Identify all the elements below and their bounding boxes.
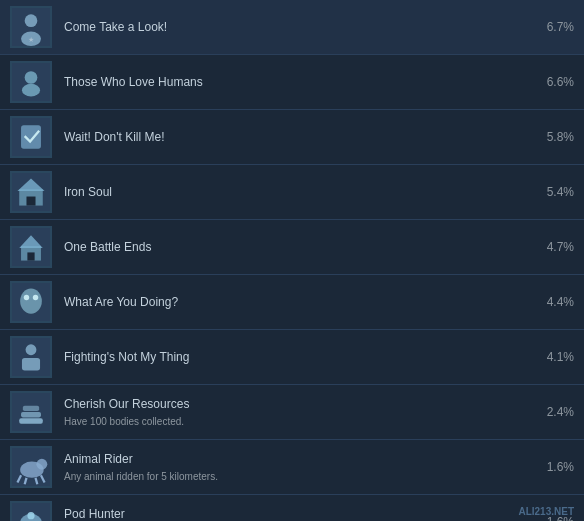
achievement-info-those-who-love-humans: Those Who Love Humans (64, 74, 529, 91)
watermark: ALI213.NET (518, 506, 574, 517)
svg-text:★: ★ (28, 35, 34, 44)
achievement-item-fightings-not-my-thing[interactable]: Fighting's Not My Thing4.1% (0, 330, 584, 385)
achievement-icon-come-take-a-look: ★ (10, 6, 52, 48)
achievement-percent-animal-rider: 1.6% (539, 460, 574, 474)
achievement-name-what-are-you-doing: What Are You Doing? (64, 294, 529, 311)
svg-point-30 (36, 459, 47, 470)
achievement-name-come-take-a-look: Come Take a Look! (64, 19, 529, 36)
achievement-item-wait-dont-kill-me[interactable]: Wait! Don't Kill Me!5.8% (0, 110, 584, 165)
achievement-name-animal-rider: Animal Rider (64, 451, 529, 468)
achievement-item-come-take-a-look[interactable]: ★Come Take a Look!6.7% (0, 0, 584, 55)
achievement-item-what-are-you-doing[interactable]: What Are You Doing?4.4% (0, 275, 584, 330)
achievement-item-animal-rider[interactable]: Animal RiderAny animal ridden for 5 kilo… (0, 440, 584, 495)
achievement-icon-fightings-not-my-thing (10, 336, 52, 378)
achievement-desc-animal-rider: Any animal ridden for 5 kilometers. (64, 470, 529, 483)
svg-rect-16 (27, 252, 34, 260)
achievement-icon-pod-hunter (10, 501, 52, 521)
achievement-name-iron-soul: Iron Soul (64, 184, 529, 201)
achievement-name-cherish-our-resources: Cherish Our Resources (64, 396, 529, 413)
svg-rect-23 (22, 358, 40, 371)
achievement-name-those-who-love-humans: Those Who Love Humans (64, 74, 529, 91)
svg-rect-12 (26, 197, 35, 206)
achievement-percent-fightings-not-my-thing: 4.1% (539, 350, 574, 364)
achievement-info-fightings-not-my-thing: Fighting's Not My Thing (64, 349, 529, 366)
achievement-percent-cherish-our-resources: 2.4% (539, 405, 574, 419)
svg-point-19 (24, 295, 29, 300)
achievement-icon-animal-rider (10, 446, 52, 488)
achievement-item-one-battle-ends[interactable]: One Battle Ends4.7% (0, 220, 584, 275)
svg-point-6 (22, 84, 40, 97)
achievement-percent-come-take-a-look: 6.7% (539, 20, 574, 34)
achievement-icon-wait-dont-kill-me (10, 116, 52, 158)
svg-point-5 (25, 71, 38, 84)
achievement-info-cherish-our-resources: Cherish Our ResourcesHave 100 bodies col… (64, 396, 529, 428)
svg-point-1 (25, 14, 38, 27)
achievement-info-come-take-a-look: Come Take a Look! (64, 19, 529, 36)
achievement-info-wait-dont-kill-me: Wait! Don't Kill Me! (64, 129, 529, 146)
achievement-item-those-who-love-humans[interactable]: Those Who Love Humans6.6% (0, 55, 584, 110)
achievement-percent-wait-dont-kill-me: 5.8% (539, 130, 574, 144)
svg-point-18 (20, 288, 42, 313)
achievement-item-iron-soul[interactable]: Iron Soul5.4% (0, 165, 584, 220)
achievement-info-one-battle-ends: One Battle Ends (64, 239, 529, 256)
svg-point-22 (26, 344, 37, 355)
achievement-name-wait-dont-kill-me: Wait! Don't Kill Me! (64, 129, 529, 146)
achievement-info-animal-rider: Animal RiderAny animal ridden for 5 kilo… (64, 451, 529, 483)
achievement-desc-cherish-our-resources: Have 100 bodies collected. (64, 415, 529, 428)
svg-rect-26 (21, 412, 41, 417)
achievement-name-fightings-not-my-thing: Fighting's Not My Thing (64, 349, 529, 366)
achievement-icon-one-battle-ends (10, 226, 52, 268)
achievement-info-what-are-you-doing: What Are You Doing? (64, 294, 529, 311)
achievement-info-iron-soul: Iron Soul (64, 184, 529, 201)
achievement-icon-iron-soul (10, 171, 52, 213)
achievement-percent-those-who-love-humans: 6.6% (539, 75, 574, 89)
achievement-item-cherish-our-resources[interactable]: Cherish Our ResourcesHave 100 bodies col… (0, 385, 584, 440)
svg-rect-27 (23, 406, 39, 411)
achievement-icon-cherish-our-resources (10, 391, 52, 433)
achievement-name-one-battle-ends: One Battle Ends (64, 239, 529, 256)
achievement-icon-those-who-love-humans (10, 61, 52, 103)
achievement-percent-what-are-you-doing: 4.4% (539, 295, 574, 309)
achievement-item-pod-hunter[interactable]: Pod HunterAll Pods found.1.6% (0, 495, 584, 521)
svg-point-37 (27, 512, 34, 519)
achievement-info-pod-hunter: Pod HunterAll Pods found. (64, 506, 529, 521)
achievement-name-pod-hunter: Pod Hunter (64, 506, 529, 521)
achievement-icon-what-are-you-doing (10, 281, 52, 323)
achievement-list: ★Come Take a Look!6.7%Those Who Love Hum… (0, 0, 584, 521)
achievement-percent-iron-soul: 5.4% (539, 185, 574, 199)
achievement-percent-one-battle-ends: 4.7% (539, 240, 574, 254)
svg-rect-25 (19, 418, 43, 423)
svg-point-20 (33, 295, 38, 300)
